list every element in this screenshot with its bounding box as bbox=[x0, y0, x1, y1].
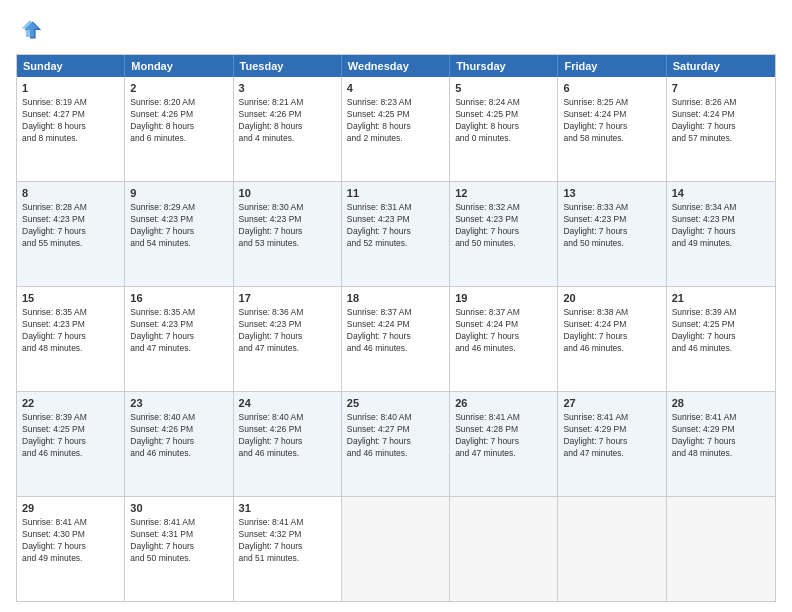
day-info: Daylight: 8 hours bbox=[455, 121, 519, 131]
day-info: Daylight: 7 hours bbox=[563, 226, 627, 236]
day-number: 11 bbox=[347, 186, 444, 201]
day-info: Sunrise: 8:19 AM bbox=[22, 97, 87, 107]
day-number: 1 bbox=[22, 81, 119, 96]
calendar-week-4: 22Sunrise: 8:39 AMSunset: 4:25 PMDayligh… bbox=[17, 391, 775, 496]
day-info: Daylight: 7 hours bbox=[130, 331, 194, 341]
calendar-cell-12: 12Sunrise: 8:32 AMSunset: 4:23 PMDayligh… bbox=[450, 182, 558, 286]
day-info: and 46 minutes. bbox=[22, 448, 82, 458]
calendar-cell-22: 22Sunrise: 8:39 AMSunset: 4:25 PMDayligh… bbox=[17, 392, 125, 496]
calendar-cell-21: 21Sunrise: 8:39 AMSunset: 4:25 PMDayligh… bbox=[667, 287, 775, 391]
day-info: and 54 minutes. bbox=[130, 238, 190, 248]
calendar-cell-13: 13Sunrise: 8:33 AMSunset: 4:23 PMDayligh… bbox=[558, 182, 666, 286]
day-info: and 46 minutes. bbox=[563, 343, 623, 353]
day-info: and 46 minutes. bbox=[347, 448, 407, 458]
day-info: Daylight: 7 hours bbox=[239, 436, 303, 446]
day-info: Daylight: 7 hours bbox=[239, 541, 303, 551]
day-info: and 47 minutes. bbox=[130, 343, 190, 353]
calendar-cell-3: 3Sunrise: 8:21 AMSunset: 4:26 PMDaylight… bbox=[234, 77, 342, 181]
calendar-header-monday: Monday bbox=[125, 55, 233, 77]
calendar-cell-9: 9Sunrise: 8:29 AMSunset: 4:23 PMDaylight… bbox=[125, 182, 233, 286]
day-info: and 47 minutes. bbox=[455, 448, 515, 458]
day-info: Daylight: 8 hours bbox=[239, 121, 303, 131]
calendar: SundayMondayTuesdayWednesdayThursdayFrid… bbox=[16, 54, 776, 602]
day-info: Sunrise: 8:29 AM bbox=[130, 202, 195, 212]
day-info: Sunset: 4:24 PM bbox=[455, 319, 518, 329]
day-info: and 52 minutes. bbox=[347, 238, 407, 248]
day-info: and 55 minutes. bbox=[22, 238, 82, 248]
calendar-cell-25: 25Sunrise: 8:40 AMSunset: 4:27 PMDayligh… bbox=[342, 392, 450, 496]
day-info: Daylight: 7 hours bbox=[672, 121, 736, 131]
day-number: 2 bbox=[130, 81, 227, 96]
day-info: Sunset: 4:24 PM bbox=[672, 109, 735, 119]
day-number: 12 bbox=[455, 186, 552, 201]
day-info: Sunset: 4:23 PM bbox=[22, 214, 85, 224]
calendar-header-sunday: Sunday bbox=[17, 55, 125, 77]
calendar-cell-7: 7Sunrise: 8:26 AMSunset: 4:24 PMDaylight… bbox=[667, 77, 775, 181]
calendar-header-tuesday: Tuesday bbox=[234, 55, 342, 77]
day-info: and 50 minutes. bbox=[563, 238, 623, 248]
day-info: Sunrise: 8:39 AM bbox=[22, 412, 87, 422]
header bbox=[16, 16, 776, 44]
calendar-cell-18: 18Sunrise: 8:37 AMSunset: 4:24 PMDayligh… bbox=[342, 287, 450, 391]
day-info: Sunset: 4:23 PM bbox=[239, 214, 302, 224]
day-info: and 48 minutes. bbox=[672, 448, 732, 458]
day-info: Sunset: 4:25 PM bbox=[347, 109, 410, 119]
day-info: Sunset: 4:23 PM bbox=[22, 319, 85, 329]
day-number: 15 bbox=[22, 291, 119, 306]
day-number: 26 bbox=[455, 396, 552, 411]
day-info: and 51 minutes. bbox=[239, 553, 299, 563]
day-info: and 0 minutes. bbox=[455, 133, 511, 143]
day-number: 23 bbox=[130, 396, 227, 411]
day-info: and 4 minutes. bbox=[239, 133, 295, 143]
day-info: Sunrise: 8:20 AM bbox=[130, 97, 195, 107]
day-info: Sunrise: 8:40 AM bbox=[239, 412, 304, 422]
day-info: and 46 minutes. bbox=[455, 343, 515, 353]
day-info: Sunrise: 8:41 AM bbox=[130, 517, 195, 527]
day-info: and 47 minutes. bbox=[563, 448, 623, 458]
day-number: 29 bbox=[22, 501, 119, 516]
day-number: 6 bbox=[563, 81, 660, 96]
day-info: Sunrise: 8:40 AM bbox=[130, 412, 195, 422]
day-info: Sunset: 4:32 PM bbox=[239, 529, 302, 539]
calendar-cell-2: 2Sunrise: 8:20 AMSunset: 4:26 PMDaylight… bbox=[125, 77, 233, 181]
day-info: Daylight: 7 hours bbox=[347, 331, 411, 341]
day-number: 8 bbox=[22, 186, 119, 201]
day-info: Daylight: 7 hours bbox=[239, 226, 303, 236]
calendar-cell-14: 14Sunrise: 8:34 AMSunset: 4:23 PMDayligh… bbox=[667, 182, 775, 286]
day-info: and 49 minutes. bbox=[22, 553, 82, 563]
calendar-cell-23: 23Sunrise: 8:40 AMSunset: 4:26 PMDayligh… bbox=[125, 392, 233, 496]
day-number: 25 bbox=[347, 396, 444, 411]
calendar-cell-empty bbox=[558, 497, 666, 601]
day-info: Sunset: 4:27 PM bbox=[22, 109, 85, 119]
day-info: and 53 minutes. bbox=[239, 238, 299, 248]
calendar-cell-28: 28Sunrise: 8:41 AMSunset: 4:29 PMDayligh… bbox=[667, 392, 775, 496]
day-info: Daylight: 7 hours bbox=[347, 436, 411, 446]
day-info: and 46 minutes. bbox=[239, 448, 299, 458]
day-info: and 46 minutes. bbox=[347, 343, 407, 353]
day-info: Sunrise: 8:40 AM bbox=[347, 412, 412, 422]
day-info: Daylight: 7 hours bbox=[672, 226, 736, 236]
calendar-cell-8: 8Sunrise: 8:28 AMSunset: 4:23 PMDaylight… bbox=[17, 182, 125, 286]
calendar-cell-24: 24Sunrise: 8:40 AMSunset: 4:26 PMDayligh… bbox=[234, 392, 342, 496]
day-info: Sunrise: 8:38 AM bbox=[563, 307, 628, 317]
calendar-week-1: 1Sunrise: 8:19 AMSunset: 4:27 PMDaylight… bbox=[17, 77, 775, 181]
day-info: Sunset: 4:23 PM bbox=[347, 214, 410, 224]
day-info: Sunset: 4:28 PM bbox=[455, 424, 518, 434]
calendar-cell-16: 16Sunrise: 8:35 AMSunset: 4:23 PMDayligh… bbox=[125, 287, 233, 391]
day-info: Sunset: 4:24 PM bbox=[563, 319, 626, 329]
day-info: and 2 minutes. bbox=[347, 133, 403, 143]
calendar-header-row: SundayMondayTuesdayWednesdayThursdayFrid… bbox=[17, 55, 775, 77]
day-number: 14 bbox=[672, 186, 770, 201]
day-info: Daylight: 7 hours bbox=[22, 226, 86, 236]
day-info: Daylight: 7 hours bbox=[563, 331, 627, 341]
day-info: Daylight: 7 hours bbox=[563, 121, 627, 131]
day-info: Sunset: 4:23 PM bbox=[563, 214, 626, 224]
calendar-header-friday: Friday bbox=[558, 55, 666, 77]
calendar-week-5: 29Sunrise: 8:41 AMSunset: 4:30 PMDayligh… bbox=[17, 496, 775, 601]
day-info: Sunrise: 8:37 AM bbox=[455, 307, 520, 317]
day-info: Daylight: 7 hours bbox=[22, 436, 86, 446]
day-info: Sunset: 4:25 PM bbox=[455, 109, 518, 119]
day-info: Sunrise: 8:35 AM bbox=[130, 307, 195, 317]
day-info: Sunrise: 8:30 AM bbox=[239, 202, 304, 212]
day-number: 18 bbox=[347, 291, 444, 306]
